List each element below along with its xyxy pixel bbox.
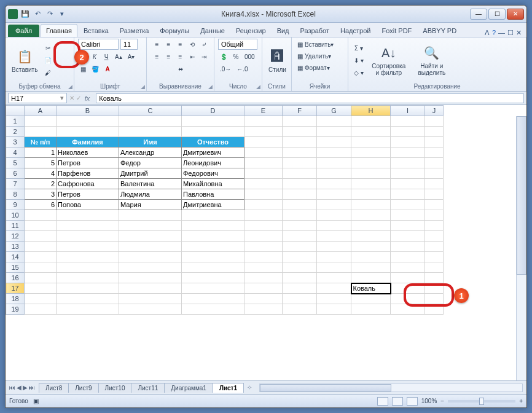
last-sheet-icon[interactable]: ⏭ [29, 384, 35, 391]
minimize-ribbon-icon[interactable]: ᐱ [485, 29, 490, 37]
tab-data[interactable]: Данные [195, 25, 230, 37]
align-top-icon[interactable]: ≡ [152, 39, 162, 50]
styles-icon: 🅰 [268, 48, 286, 65]
autosum-icon[interactable]: Σ ▾ [352, 42, 366, 53]
tab-developer[interactable]: Разработ [295, 25, 334, 37]
find-select-button[interactable]: 🔍 Найти и выделить [412, 43, 452, 77]
first-sheet-icon[interactable]: ⏮ [9, 384, 15, 391]
indent-dec-icon[interactable]: ⇤ [187, 51, 197, 62]
shrink-font-icon[interactable]: A▾ [126, 51, 137, 62]
sheet-tab[interactable]: Лист9 [68, 383, 98, 393]
prev-sheet-icon[interactable]: ◀ [17, 384, 22, 391]
format-cells-button[interactable]: ▦ Формат ▾ [295, 62, 347, 73]
border-button[interactable]: ▦ [78, 63, 88, 74]
status-bar: Готово ▣ 100% − + [6, 394, 526, 407]
tab-review[interactable]: Рецензир [231, 25, 271, 37]
enter-icon[interactable]: ✓ [76, 95, 81, 101]
orientation-icon[interactable]: ⟲ [187, 39, 197, 50]
align-right-icon[interactable]: ≡ [176, 51, 186, 62]
find-icon: 🔍 [423, 44, 440, 61]
save-icon[interactable]: 💾 [20, 9, 30, 19]
merge-button[interactable]: ⬌ [176, 63, 186, 74]
maximize-button[interactable]: ☐ [488, 9, 506, 20]
font-size-combo[interactable]: 11 [120, 39, 138, 50]
styles-button[interactable]: 🅰 Стили [266, 47, 289, 74]
grow-font-icon[interactable]: A▴ [113, 51, 124, 62]
sheet-tab[interactable]: Диаграмма1 [164, 383, 213, 393]
formula-input[interactable]: Коваль [96, 93, 524, 103]
redo-icon[interactable]: ↷ [45, 9, 55, 19]
app-icon[interactable] [8, 9, 18, 19]
zoom-slider[interactable] [448, 400, 515, 403]
qat-dropdown-icon[interactable]: ▾ [57, 9, 67, 19]
new-sheet-icon[interactable]: ✧ [243, 384, 256, 391]
tab-insert[interactable]: Вставка [79, 25, 114, 37]
page-break-view-icon[interactable] [407, 397, 418, 406]
comma-icon[interactable]: 000 [243, 51, 257, 62]
help-icon[interactable]: ? [492, 29, 496, 37]
spreadsheet-grid[interactable]: ABCDEFGHIJ123№ п/пФамилияИмяОтчество41Ни… [6, 105, 444, 315]
sheet-tab[interactable]: Лист8 [39, 383, 69, 393]
sheet-tab[interactable]: Лист11 [131, 383, 165, 393]
tab-addins[interactable]: Надстрой [335, 25, 375, 37]
tab-abbyy[interactable]: ABBYY PD [418, 25, 461, 37]
sheet-tab[interactable]: Лист10 [98, 383, 132, 393]
vertical-scrollbar[interactable] [516, 116, 526, 380]
delete-cells-button[interactable]: ▦ Удалить ▾ [295, 50, 347, 61]
zoom-level[interactable]: 100% [421, 398, 437, 404]
insert-cells-button[interactable]: ▦ Вставить ▾ [295, 39, 347, 50]
sheet-tab[interactable]: Лист1 [213, 383, 244, 393]
copy-button[interactable]: 📄 [42, 55, 53, 66]
align-center-icon[interactable]: ≡ [164, 51, 174, 62]
format-painter-button[interactable]: 🖌 [42, 67, 53, 78]
fill-icon[interactable]: ⬇ ▾ [352, 55, 366, 66]
file-tab[interactable]: Файл [8, 25, 39, 37]
doc-min-icon[interactable]: — [498, 29, 505, 37]
align-left-icon[interactable]: ≡ [152, 51, 162, 62]
doc-close-icon[interactable]: ✕ [516, 29, 522, 37]
sort-filter-button[interactable]: A↓ Сортировка и фильтр [368, 43, 410, 77]
cancel-icon[interactable]: ✕ [69, 95, 74, 101]
tab-home[interactable]: Главная [41, 24, 77, 37]
next-sheet-icon[interactable]: ▶ [23, 384, 28, 391]
number-dialog-icon[interactable]: ◢ [256, 84, 260, 90]
minimize-button[interactable]: — [470, 9, 487, 20]
tab-view[interactable]: Вид [272, 25, 294, 37]
paste-button[interactable]: 📋 Вставить [9, 47, 40, 74]
inc-decimal-icon[interactable]: .0→ [218, 63, 233, 74]
dec-decimal-icon[interactable]: ←.0 [235, 63, 249, 74]
doc-max-icon[interactable]: ☐ [507, 29, 514, 37]
tab-layout[interactable]: Разметка [115, 25, 154, 37]
currency-icon[interactable]: 💲 [218, 51, 229, 62]
close-button[interactable]: ✕ [507, 9, 524, 20]
font-name-combo[interactable]: Calibri [78, 39, 119, 50]
percent-icon[interactable]: % [231, 51, 241, 62]
underline-button[interactable]: Ч [101, 51, 111, 62]
wrap-text-button[interactable]: ⤶ [199, 39, 209, 50]
font-dialog-icon[interactable]: ◢ [141, 84, 145, 90]
tab-foxit[interactable]: Foxit PDF [377, 25, 417, 37]
zoom-out-icon[interactable]: − [440, 398, 444, 404]
macro-icon[interactable]: ▣ [33, 398, 39, 404]
align-mid-icon[interactable]: ≡ [164, 39, 174, 50]
number-format-combo[interactable]: Общий [218, 39, 257, 50]
page-layout-view-icon[interactable] [392, 397, 403, 406]
align-dialog-icon[interactable]: ◢ [208, 84, 213, 90]
tab-formulas[interactable]: Формулы [155, 25, 194, 37]
font-color-button[interactable]: A [103, 63, 112, 74]
align-bot-icon[interactable]: ≡ [176, 39, 186, 50]
clipboard-dialog-icon[interactable]: ◢ [68, 84, 72, 90]
fill-color-button[interactable]: 🪣 [90, 63, 101, 74]
sort-icon: A↓ [380, 44, 397, 61]
zoom-in-icon[interactable]: + [519, 398, 523, 404]
normal-view-icon[interactable] [377, 397, 388, 406]
undo-icon[interactable]: ↶ [33, 9, 42, 19]
fx-icon[interactable]: fx [81, 95, 94, 102]
indent-inc-icon[interactable]: ⇥ [199, 51, 209, 62]
ribbon: 📋 Вставить ✂ 📄 🖌 Буфер обмена ◢ 2 Calibr… [6, 37, 526, 92]
italic-button[interactable]: К [90, 51, 100, 62]
cut-button[interactable]: ✂ [42, 42, 53, 53]
name-box[interactable]: H17▾ [8, 93, 67, 103]
horizontal-scrollbar[interactable] [259, 384, 523, 392]
clear-icon[interactable]: ◇ ▾ [352, 67, 366, 78]
